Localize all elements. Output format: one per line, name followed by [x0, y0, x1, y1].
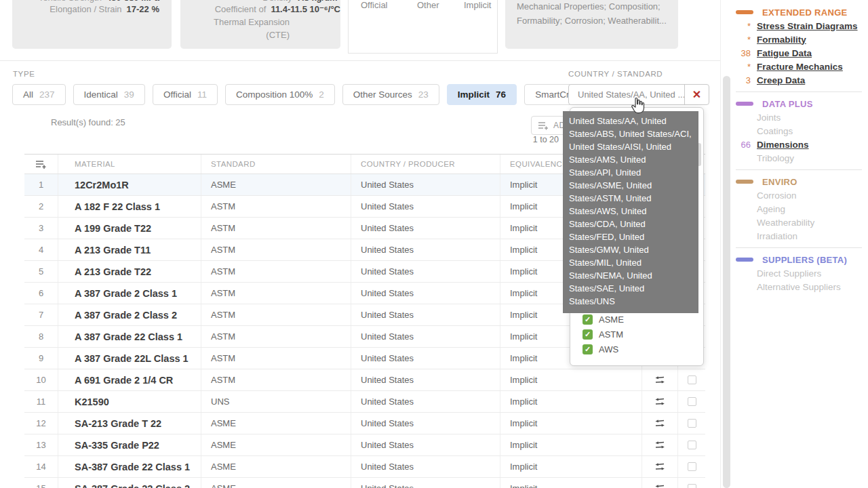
- material-name-link[interactable]: A 387 Grade 22 Class 1: [58, 326, 201, 347]
- row-checkbox[interactable]: [688, 462, 696, 471]
- type-filter-group: All237Identical39Official11Composition 1…: [12, 84, 594, 105]
- row-checkbox[interactable]: [688, 419, 696, 428]
- sidebar-section-title: DATA PLUS: [736, 97, 866, 110]
- row-number: 7: [24, 304, 58, 325]
- checked-checkbox-icon[interactable]: ✓: [583, 344, 593, 354]
- app-window: Tensile Strength 430-580 MPa Elongation …: [0, 0, 868, 488]
- sort-add-icon[interactable]: [24, 155, 58, 174]
- material-name-link[interactable]: SA-213 Grade T 22: [58, 413, 201, 434]
- row-number: 11: [24, 391, 58, 412]
- sidebar-item-fracture-mechanics[interactable]: *Fracture Mechanics: [736, 60, 866, 73]
- table-row[interactable]: 15SA-387 Grade 22 Class 2ASMEUnited Stat…: [24, 478, 705, 488]
- add-list-icon: [538, 121, 549, 130]
- material-name-link[interactable]: A 199 Grade T22: [58, 218, 201, 239]
- item-label[interactable]: Creep Data: [757, 75, 805, 85]
- sidebar-item-dimensions[interactable]: 66Dimensions: [736, 138, 866, 151]
- table-row[interactable]: 14SA-387 Grade 22 Class 1ASMEUnited Stat…: [24, 456, 705, 478]
- table-row[interactable]: 11K21590UNSUnited StatesImplicit: [24, 391, 705, 413]
- top-panel-divider: [0, 60, 721, 61]
- cte-label: Coefficient of: [215, 3, 267, 16]
- filter-count: 76: [496, 89, 506, 100]
- equivalence-cell: Implicit: [500, 478, 642, 488]
- checked-checkbox-icon[interactable]: ✓: [583, 314, 593, 325]
- item-label[interactable]: Fatigue Data: [757, 48, 812, 58]
- item-label[interactable]: Formability: [757, 35, 806, 45]
- data-overview-line1: Mechanical Properties; Composition;: [517, 0, 660, 14]
- tab-implicit[interactable]: Implicit: [464, 0, 491, 10]
- vertical-scrollbar[interactable]: [723, 76, 730, 488]
- table-row[interactable]: 13SA-335 Grade P22ASMEUnited StatesImpli…: [24, 434, 705, 456]
- column-header-standard[interactable]: STANDARD: [201, 155, 351, 174]
- filter-count: 39: [124, 89, 134, 100]
- cross-reference-icon[interactable]: [654, 440, 665, 450]
- sidebar-item-stress-strain-diagrams[interactable]: *Stress Strain Diagrams: [736, 19, 866, 33]
- item-label: Alternative Suppliers: [757, 282, 841, 292]
- material-name-link[interactable]: A 387 Grade 22L Class 1: [58, 348, 201, 369]
- type-filter-official[interactable]: Official11: [153, 84, 218, 105]
- item-label[interactable]: Stress Strain Diagrams: [757, 21, 858, 31]
- country-producer-cell: United States: [351, 239, 500, 260]
- table-row[interactable]: 12SA-213 Grade T 22ASMEUnited StatesImpl…: [24, 413, 705, 434]
- dropdown-option-asme[interactable]: ✓ASME: [570, 312, 703, 327]
- cross-reference-icon[interactable]: [654, 375, 665, 385]
- cross-reference-icon[interactable]: [654, 396, 665, 407]
- cross-reference-icon[interactable]: [654, 418, 665, 428]
- material-name-link[interactable]: A 387 Grade 2 Class 1: [58, 283, 201, 304]
- material-name-link[interactable]: A 387 Grade 2 Class 2: [58, 304, 201, 325]
- material-name-link[interactable]: A 182 F 22 Class 1: [58, 196, 201, 217]
- item-label[interactable]: Dimensions: [757, 140, 809, 150]
- filter-count: 11: [197, 89, 207, 100]
- material-name-link[interactable]: SA-335 Grade P22: [58, 434, 201, 455]
- item-count-badge: *: [736, 21, 757, 31]
- column-header-material[interactable]: MATERIAL: [58, 155, 201, 174]
- sidebar-item-formability[interactable]: *Formability: [736, 33, 866, 46]
- item-label: Corrosion: [757, 190, 797, 201]
- column-header-country-producer[interactable]: COUNTRY / PRODUCER: [351, 155, 500, 174]
- row-checkbox[interactable]: [688, 484, 696, 488]
- checked-checkbox-icon[interactable]: ✓: [583, 329, 593, 340]
- row-checkbox[interactable]: [688, 397, 696, 406]
- material-name-link[interactable]: SA-387 Grade 22 Class 1: [58, 456, 201, 477]
- equivalence-cell: Implicit: [500, 413, 642, 434]
- table-row[interactable]: 10A 691 Grade 2 1/4 CRASTMUnited StatesI…: [24, 369, 705, 391]
- material-name-link[interactable]: 12Cr2Mo1R: [58, 174, 201, 195]
- section-pill-icon: [736, 258, 753, 262]
- sidebar-item-corrosion: Corrosion: [736, 188, 866, 202]
- tab-other[interactable]: Other: [417, 0, 439, 10]
- country-producer-cell: United States: [351, 456, 500, 477]
- tab-official[interactable]: Official: [361, 0, 388, 10]
- elongation-value: 17-22 %: [127, 3, 159, 16]
- item-label[interactable]: Fracture Mechanics: [757, 62, 843, 72]
- dropdown-option-astm[interactable]: ✓ASTM: [570, 327, 703, 342]
- sidebar-item-ageing: Ageing: [736, 202, 866, 216]
- sidebar-item-creep-data[interactable]: 3Creep Data: [736, 73, 866, 87]
- type-filter-identical[interactable]: Identical39: [73, 84, 145, 105]
- material-name-link[interactable]: SA-387 Grade 22 Class 2: [58, 478, 201, 488]
- material-name-link[interactable]: A 213 Grade T11: [58, 239, 201, 260]
- row-checkbox[interactable]: [688, 375, 696, 384]
- type-filter-composition-100-[interactable]: Composition 100%2: [225, 84, 335, 105]
- material-name-link[interactable]: A 691 Grade 2 1/4 CR: [58, 369, 201, 390]
- standard-cell: ASTM: [201, 218, 351, 239]
- sidebar-item-coatings: Coatings: [736, 124, 866, 138]
- clear-filter-button[interactable]: ✕: [684, 85, 709, 104]
- cte-line: Coefficient of 11.4-11.5 10⁻⁶/°C: [203, 3, 340, 16]
- type-filter-implicit[interactable]: Implicit76: [447, 84, 517, 105]
- type-filter-all[interactable]: All237: [12, 84, 66, 105]
- standard-cell: ASTM: [201, 369, 351, 390]
- sidebar-item-fatigue-data[interactable]: 38Fatigue Data: [736, 46, 866, 60]
- country-producer-cell: United States: [351, 478, 500, 488]
- type-filter-other-sources[interactable]: Other Sources23: [342, 84, 439, 105]
- sidebar-item-alternative-suppliers: Alternative Suppliers: [736, 280, 866, 293]
- country-producer-cell: United States: [351, 218, 500, 239]
- country-producer-cell: United States: [351, 174, 500, 195]
- row-checkbox[interactable]: [688, 441, 696, 449]
- material-name-link[interactable]: A 213 Grade T22: [58, 261, 201, 282]
- cross-reference-icon[interactable]: [654, 462, 665, 472]
- cross-reference-icon[interactable]: [654, 483, 665, 488]
- row-number: 14: [24, 456, 58, 477]
- material-name-link[interactable]: K21590: [58, 391, 201, 412]
- filter-count: 237: [39, 89, 55, 100]
- row-number: 8: [24, 326, 58, 347]
- dropdown-option-aws[interactable]: ✓AWS: [570, 342, 703, 357]
